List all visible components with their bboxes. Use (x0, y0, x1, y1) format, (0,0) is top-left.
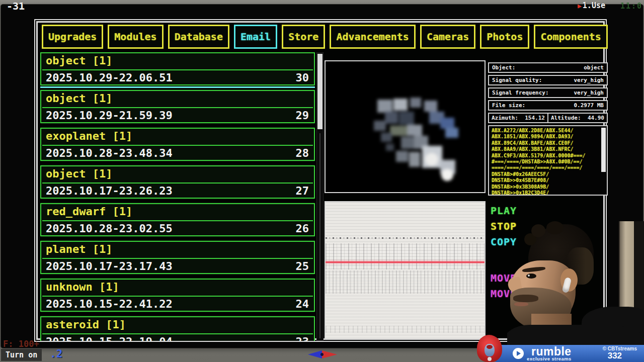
hair-curl (546, 221, 564, 234)
info-row: Signal quality:very_high (488, 75, 608, 85)
pixelated-object-image (326, 61, 485, 192)
signal-date: 2025.10.29-22.06.51 (46, 71, 173, 84)
entry-divider (42, 145, 313, 146)
hud-interact-suffix: .2 (50, 348, 62, 360)
scrollbar-thumb[interactable] (317, 54, 323, 129)
signal-type-label: object [1] (46, 54, 112, 67)
compass-pivot (320, 353, 324, 356)
signal-list-item[interactable]: object [1]2025.10.29-22.06.5130 (40, 52, 315, 85)
hex-lines: ABX.A272/ABX.2D8E/ABX.5E44/ABX.1851/ABX.… (492, 128, 604, 196)
signal-number: 30 (296, 71, 309, 84)
mascot-marking (487, 345, 493, 349)
streamer-mustache (513, 295, 538, 302)
signal-date: 2025.10.28-23.02.55 (46, 222, 173, 235)
waveform-playhead-line (326, 261, 485, 263)
hud-clock: 11:0.0 (620, 2, 644, 11)
mascot-pin (488, 357, 492, 361)
tab-advancements[interactable]: Advancements (330, 25, 416, 49)
entry-divider (42, 296, 313, 297)
hair-curl (531, 224, 545, 237)
signal-list: object [1]2025.10.29-22.06.5130object [1… (40, 52, 315, 341)
hud-use-prompt: ▶1.Use (578, 1, 605, 10)
signal-type-label: asteroid [1] (46, 318, 126, 331)
hex-line: DNSTAB>>0x3B308A9B/ (492, 184, 604, 190)
altitude-label: Altitude: (551, 115, 581, 121)
hex-line: #===/====/DHSTAB>>A8X.0#0B/==/ (492, 159, 604, 165)
signal-number: 29 (296, 109, 309, 122)
info-label: Signal frequency: (492, 89, 549, 96)
tab-database[interactable]: Database (168, 25, 229, 49)
signal-number: 26 (296, 222, 309, 235)
entry-divider (42, 220, 313, 221)
hud-fps-counter: F: 100+ (3, 339, 39, 349)
scrollbar-track (319, 133, 320, 338)
play-button[interactable]: PLAY (491, 205, 606, 217)
info-label: File size: (492, 102, 525, 109)
signal-date: 2025.10.29-21.59.39 (46, 109, 173, 122)
hex-line: DNSTAB>#0x26AEEC5F/ (492, 171, 604, 177)
signal-type-label: object [1] (46, 92, 112, 105)
signal-list-scrollbar[interactable] (316, 52, 324, 341)
tab-components[interactable]: Components (534, 25, 607, 49)
waveform-panel (325, 201, 486, 340)
azimuth-cell: Azimuth: 154.12 (488, 113, 548, 123)
azimuth-altitude-row: Azimuth: 154.12 Altitude: 44.90 (488, 113, 608, 123)
streamer-lip (514, 302, 528, 306)
compass-west-icon (308, 350, 322, 358)
tab-bar: UpgradesModulesDatabaseEmailStoreAdvance… (42, 25, 599, 49)
entry-divider (42, 258, 313, 259)
signal-number: 24 (296, 298, 309, 310)
eye-glint (528, 275, 530, 277)
waveform-noise-band (326, 270, 485, 294)
compass-east-icon (322, 350, 337, 358)
signal-list-item[interactable]: object [1]2025.10.17-23.26.2327 (40, 165, 315, 199)
altitude-cell: Altitude: 44.90 (547, 113, 608, 123)
entry-divider (42, 183, 313, 184)
signal-type-label: object [1] (46, 167, 112, 180)
info-row: File size:0.2977 MB (488, 100, 608, 111)
tab-upgrades[interactable]: Upgrades (42, 25, 103, 49)
hud-counter: -31 (7, 0, 25, 12)
tab-modules[interactable]: Modules (108, 25, 163, 49)
signal-list-item[interactable]: red_dwarf [1]2025.10.28-23.02.5526 (40, 203, 315, 236)
hex-line: DNSTAB>>0x45B7E#08/ (492, 177, 604, 184)
viewer-count: 332 (608, 351, 622, 361)
hex-line: ABX.8AA9/ABX.3B81/ABX.NFRC/ (492, 146, 604, 152)
tab-photos[interactable]: Photos (480, 25, 529, 49)
entry-divider (42, 333, 313, 334)
hex-data-box[interactable]: ABX.A272/ABX.2D8E/ABX.5E44/ABX.1851/ABX.… (488, 125, 608, 196)
signal-list-item[interactable]: exoplanet [1]2025.10.28-23.48.3428 (40, 128, 315, 161)
signal-number: 28 (296, 147, 309, 159)
info-row: Object:object (488, 62, 608, 73)
tab-store[interactable]: Store (282, 25, 325, 49)
signal-list-item[interactable]: object [1]2025.10.29-21.59.3929 (40, 90, 315, 123)
signal-list-item[interactable]: planet [1]2025.10.17-23.17.4325 (40, 241, 315, 274)
signal-number: 27 (296, 185, 309, 197)
tab-cameras[interactable]: Cameras (420, 25, 475, 49)
entry-divider (42, 107, 313, 108)
hex-scrollbar-thumb[interactable] (601, 128, 606, 172)
signal-list-item[interactable]: asteroid [1]2025.10.15-22.19.0423 (40, 316, 315, 341)
waveform-dotted-line (326, 237, 485, 239)
signal-type-label: exoplanet [1] (46, 130, 132, 142)
hud-interact-prompt: Turn on (1, 349, 42, 361)
info-row: Signal frequency:very_high (488, 87, 608, 98)
info-rows: Object:objectSignal quality:very_highSig… (488, 62, 608, 113)
signal-date: 2025.10.28-23.48.34 (46, 147, 173, 159)
waveform-noise-band (326, 243, 485, 269)
signal-date: 2025.10.17-23.26.23 (46, 185, 173, 197)
signal-date: 2025.10.17-23.17.43 (46, 260, 173, 273)
hex-line: ABX.1851/ABX.9894/ABX.DA93/ (492, 134, 604, 140)
hex-line: ABX.C9F3/ABX.5179/ABX.0000#===/ (492, 153, 604, 159)
info-value: very_high (574, 77, 604, 83)
signal-list-item[interactable]: unknown [1]2025.10.15-22.41.2224 (40, 279, 315, 312)
tab-email[interactable]: Email (234, 25, 277, 49)
waveform-noise-band (326, 326, 485, 333)
stream-brand-bar: rumble exclusive streams © CBTstreams 33… (496, 345, 644, 362)
info-value: object (584, 64, 604, 71)
copyright-icon: © (603, 346, 606, 351)
hex-line: ====/====/====/====/====/====/ (492, 165, 604, 171)
signal-type-label: unknown [1] (46, 281, 119, 293)
hex-line: ABX.89C4/ABX.BAFE/ABX.CE0F/ (492, 140, 604, 146)
azimuth-label: Azimuth: (492, 115, 518, 121)
